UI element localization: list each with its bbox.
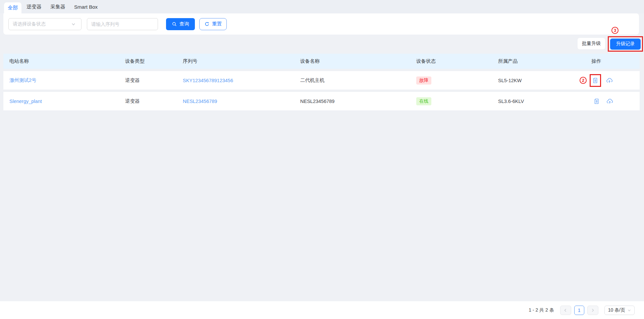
annotation-box-upgrade-record: 升级记录 — [608, 36, 643, 52]
device-status-cell: 故障 — [410, 76, 492, 85]
device-type-cell: 逆变器 — [119, 98, 177, 104]
cloud-upload-icon[interactable] — [606, 98, 613, 105]
col-header-product: 所属产品 — [492, 58, 579, 64]
chevron-right-icon — [589, 307, 596, 314]
table-row: Slenergy_plant 逆变器 NESL23456789 NESL2345… — [3, 92, 640, 110]
status-badge: 在线 — [416, 97, 431, 105]
annotation-callout-3: 3 — [611, 27, 619, 34]
tab-all[interactable]: 全部 — [4, 2, 21, 13]
operations-cell — [579, 98, 640, 105]
pagination-bar: 1 - 2 共 2 条 1 10 条/页 — [0, 301, 644, 319]
search-button-label: 查询 — [179, 21, 189, 27]
tab-inverter[interactable]: 逆变器 — [23, 0, 45, 13]
product-cell: SL3.6-6KLV — [492, 99, 579, 104]
col-header-device-name: 设备名称 — [294, 58, 410, 64]
device-status-cell: 在线 — [410, 97, 492, 105]
plant-name-link[interactable]: 滁州测试2号 — [3, 77, 119, 84]
plant-name-link[interactable]: Slenergy_plant — [3, 99, 119, 104]
upgrade-record-file-icon[interactable] — [593, 98, 600, 105]
table-row: 滁州测试2号 逆变器 SKY123456789123456 二代机主机 故障 S… — [3, 71, 640, 90]
device-name-cell: NESL23456789 — [294, 99, 410, 104]
serial-link[interactable]: NESL23456789 — [177, 99, 294, 104]
device-type-tabbar: 全部 逆变器 采集器 Smart Box — [0, 0, 644, 13]
device-status-placeholder: 请选择设备状态 — [13, 21, 46, 27]
col-header-device-status: 设备状态 — [410, 58, 492, 64]
prev-page-button[interactable] — [560, 306, 571, 315]
col-header-plant-name: 电站名称 — [3, 58, 119, 64]
product-cell: SL5-12KW — [492, 78, 579, 83]
serial-link[interactable]: SKY123456789123456 — [177, 78, 294, 83]
next-page-button[interactable] — [587, 306, 598, 315]
pagination-total-text: 1 - 2 共 2 条 — [529, 307, 554, 313]
annotation-callout-2: 2 — [580, 77, 587, 84]
chevron-left-icon — [562, 307, 569, 314]
tab-collector[interactable]: 采集器 — [47, 0, 69, 13]
col-header-serial: 序列号 — [177, 58, 294, 64]
page-number-button[interactable]: 1 — [574, 306, 584, 315]
col-header-operations: 操作 — [579, 58, 640, 64]
table-header-row: 电站名称 设备类型 序列号 设备名称 设备状态 所属产品 操作 — [3, 54, 640, 69]
chevron-down-icon — [628, 309, 631, 312]
tab-smart-box[interactable]: Smart Box — [70, 0, 101, 13]
cloud-upload-icon[interactable] — [606, 77, 613, 84]
upgrade-record-file-icon[interactable] — [592, 77, 599, 84]
upgrade-record-button[interactable]: 升级记录 — [610, 39, 641, 50]
search-icon — [172, 21, 177, 27]
annotation-box-record-icon — [590, 74, 601, 87]
filter-card: 请选择设备状态 查询 重置 — [3, 13, 639, 35]
device-name-cell: 二代机主机 — [294, 77, 410, 84]
col-header-device-type: 设备类型 — [119, 58, 177, 64]
page-size-label: 10 条/页 — [608, 307, 625, 313]
reload-icon — [204, 21, 210, 27]
device-table: 电站名称 设备类型 序列号 设备名称 设备状态 所属产品 操作 滁州测试2号 逆… — [3, 54, 640, 110]
serial-number-input[interactable] — [87, 18, 158, 30]
batch-upgrade-button[interactable]: 批量升级 — [578, 38, 605, 49]
chevron-down-icon — [70, 20, 77, 28]
operations-cell: 2 — [579, 74, 640, 87]
search-button[interactable]: 查询 — [166, 18, 195, 30]
reset-button[interactable]: 重置 — [199, 18, 227, 30]
device-status-select[interactable]: 请选择设备状态 — [8, 18, 82, 30]
device-type-cell: 逆变器 — [119, 77, 177, 84]
page-size-select[interactable]: 10 条/页 — [604, 306, 635, 315]
status-badge: 故障 — [416, 76, 431, 85]
reset-button-label: 重置 — [212, 21, 222, 27]
